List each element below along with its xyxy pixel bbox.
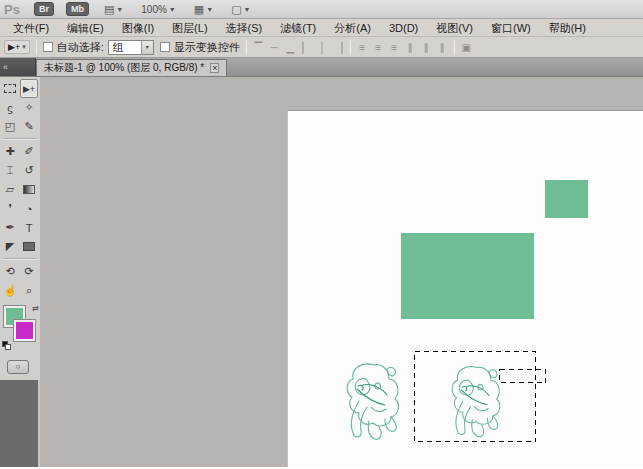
menu-layer[interactable]: 图层(L) bbox=[163, 19, 216, 37]
3d-rotate-tool[interactable]: ⟲ bbox=[1, 262, 19, 281]
selection-marquee bbox=[288, 111, 643, 467]
divider bbox=[36, 40, 37, 55]
canvas[interactable] bbox=[287, 110, 643, 467]
menu-file[interactable]: 文件(F) bbox=[4, 19, 58, 37]
rectangle-shape-icon bbox=[23, 242, 35, 251]
arrange-documents-icon: ▦ bbox=[194, 3, 204, 16]
pen-tool[interactable]: ✒ bbox=[1, 218, 19, 237]
show-transform-checkbox[interactable] bbox=[160, 42, 170, 52]
tool-grid: ▶+ϛ✧◰✎✚✐⌶↺▱❜◔✒T◤⟲⟳☝⌕ bbox=[0, 77, 40, 300]
auto-select-dropdown[interactable]: 组 ▾ bbox=[108, 40, 154, 55]
show-transform-label: 显示变换控件 bbox=[174, 40, 240, 55]
view-extras-button[interactable]: ▤ ▼ bbox=[101, 2, 126, 17]
selection-notch-rect bbox=[500, 370, 546, 383]
divider bbox=[246, 40, 247, 55]
move-tool[interactable]: ▶+ bbox=[20, 79, 38, 98]
auto-select-value: 组 bbox=[113, 40, 124, 55]
chevron-down-icon: ▾ bbox=[141, 41, 153, 54]
toolbox-collapse-button[interactable]: « bbox=[0, 58, 36, 76]
align-vertical-centers-button[interactable]: ─ bbox=[269, 42, 280, 53]
launch-bridge-button[interactable]: Br bbox=[34, 2, 54, 16]
zoom-tool[interactable]: ⌕ bbox=[20, 281, 38, 300]
launch-mb-button[interactable]: Mb bbox=[66, 2, 89, 16]
tool-divider bbox=[3, 138, 37, 140]
menu-filter[interactable]: 滤镜(T) bbox=[271, 19, 325, 37]
screen-mode-icon: ▢ bbox=[231, 3, 241, 16]
color-swatches: ⇄ bbox=[0, 304, 40, 352]
gradient-icon bbox=[23, 185, 35, 194]
quick-mask-button[interactable]: ○ bbox=[7, 360, 29, 374]
magic-wand-tool[interactable]: ✧ bbox=[20, 98, 38, 117]
menu-window[interactable]: 窗口(W) bbox=[482, 19, 540, 37]
menu-view[interactable]: 视图(V) bbox=[427, 19, 482, 37]
menu-3d[interactable]: 3D(D) bbox=[380, 19, 427, 37]
toolbox: ▶+ϛ✧◰✎✚✐⌶↺▱❜◔✒T◤⟲⟳☝⌕ ⇄ ○ bbox=[0, 77, 40, 467]
type-tool[interactable]: T bbox=[20, 218, 38, 237]
distribute-right-edges-button[interactable]: ∥ bbox=[437, 42, 448, 53]
document-tab[interactable]: 未标题-1 @ 100% (图层 0, RGB/8) * × bbox=[36, 59, 227, 76]
eyedropper-tool[interactable]: ✎ bbox=[20, 117, 38, 136]
background-color-swatch[interactable] bbox=[14, 320, 35, 341]
rectangular-marquee-icon bbox=[4, 84, 16, 93]
screen-mode-button[interactable]: ▢ ▼ bbox=[228, 2, 253, 17]
rectangle-shape-tool[interactable] bbox=[20, 237, 38, 256]
application-bar: Ps Br Mb ▤ ▼ 100% ▼ ▦ ▼ ▢ ▼ bbox=[0, 0, 643, 19]
align-buttons-group: ▔─▁▏│▕ bbox=[253, 42, 344, 53]
align-right-edges-button[interactable]: ▕ bbox=[333, 42, 344, 53]
distribute-top-edges-button[interactable]: ≡ bbox=[357, 42, 368, 53]
arrange-documents-button[interactable]: ▦ ▼ bbox=[191, 2, 216, 17]
crop-tool[interactable]: ◰ bbox=[1, 117, 19, 136]
menu-analysis[interactable]: 分析(A) bbox=[325, 19, 380, 37]
swap-colors-icon[interactable]: ⇄ bbox=[32, 304, 39, 313]
document-area bbox=[40, 77, 643, 467]
clone-stamp-tool[interactable]: ⌶ bbox=[1, 161, 19, 180]
auto-select-checkbox[interactable] bbox=[43, 42, 53, 52]
toolbox-filler bbox=[0, 380, 40, 467]
photoshop-logo: Ps bbox=[4, 2, 20, 17]
close-icon[interactable]: × bbox=[210, 63, 219, 73]
menu-edit[interactable]: 编辑(E) bbox=[58, 19, 113, 37]
align-top-edges-button[interactable]: ▔ bbox=[253, 42, 264, 53]
menu-select[interactable]: 选择(S) bbox=[217, 19, 272, 37]
chevron-down-icon: ▼ bbox=[244, 6, 251, 13]
eraser-tool[interactable]: ▱ bbox=[1, 180, 19, 199]
brush-tool[interactable]: ✐ bbox=[20, 142, 38, 161]
auto-align-layers-button[interactable]: ▣ bbox=[461, 42, 472, 53]
divider bbox=[454, 40, 455, 55]
selection-main-rect bbox=[415, 352, 536, 442]
distribute-buttons-group: ≡≡≡∥∥∥ bbox=[357, 42, 448, 53]
default-colors-icon[interactable] bbox=[2, 341, 11, 350]
distribute-left-edges-button[interactable]: ∥ bbox=[405, 42, 416, 53]
history-brush-tool[interactable]: ↺ bbox=[20, 161, 38, 180]
gradient-tool[interactable] bbox=[20, 180, 38, 199]
hand-tool[interactable]: ☝ bbox=[1, 281, 19, 300]
chevron-down-icon: ▼ bbox=[169, 6, 176, 13]
dodge-tool[interactable]: ◔ bbox=[20, 199, 38, 218]
document-tab-title: 未标题-1 @ 100% (图层 0, RGB/8) * bbox=[44, 61, 204, 75]
3d-orbit-tool[interactable]: ⟳ bbox=[20, 262, 38, 281]
move-tool-icon: ▶+ bbox=[8, 42, 20, 52]
rectangular-marquee-tool[interactable] bbox=[1, 79, 19, 98]
menu-image[interactable]: 图像(I) bbox=[113, 19, 163, 37]
menu-help[interactable]: 帮助(H) bbox=[540, 19, 595, 37]
distribute-horizontal-centers-button[interactable]: ∥ bbox=[421, 42, 432, 53]
path-selection-tool[interactable]: ◤ bbox=[1, 237, 19, 256]
chevron-down-icon: ▼ bbox=[116, 6, 123, 13]
blur-tool[interactable]: ❜ bbox=[1, 199, 19, 218]
zoom-level-value: 100% bbox=[141, 4, 167, 15]
default-white-swatch bbox=[5, 344, 11, 350]
menu-bar: 文件(F) 编辑(E) 图像(I) 图层(L) 选择(S) 滤镜(T) 分析(A… bbox=[0, 19, 643, 37]
align-bottom-edges-button[interactable]: ▁ bbox=[285, 42, 296, 53]
distribute-vertical-centers-button[interactable]: ≡ bbox=[373, 42, 384, 53]
distribute-bottom-edges-button[interactable]: ≡ bbox=[389, 42, 400, 53]
tool-divider bbox=[3, 258, 37, 260]
align-horizontal-centers-button[interactable]: │ bbox=[317, 42, 328, 53]
zoom-level-dropdown[interactable]: 100% ▼ bbox=[138, 3, 179, 16]
lasso-tool[interactable]: ϛ bbox=[1, 98, 19, 117]
align-left-edges-button[interactable]: ▏ bbox=[301, 42, 312, 53]
healing-brush-tool[interactable]: ✚ bbox=[1, 142, 19, 161]
document-tab-bar: « 未标题-1 @ 100% (图层 0, RGB/8) * × bbox=[0, 58, 643, 77]
view-extras-icon: ▤ bbox=[104, 3, 114, 16]
move-tool-preset-button[interactable]: ▶+ ▾ bbox=[4, 40, 30, 54]
chevron-down-icon: ▾ bbox=[22, 43, 26, 51]
